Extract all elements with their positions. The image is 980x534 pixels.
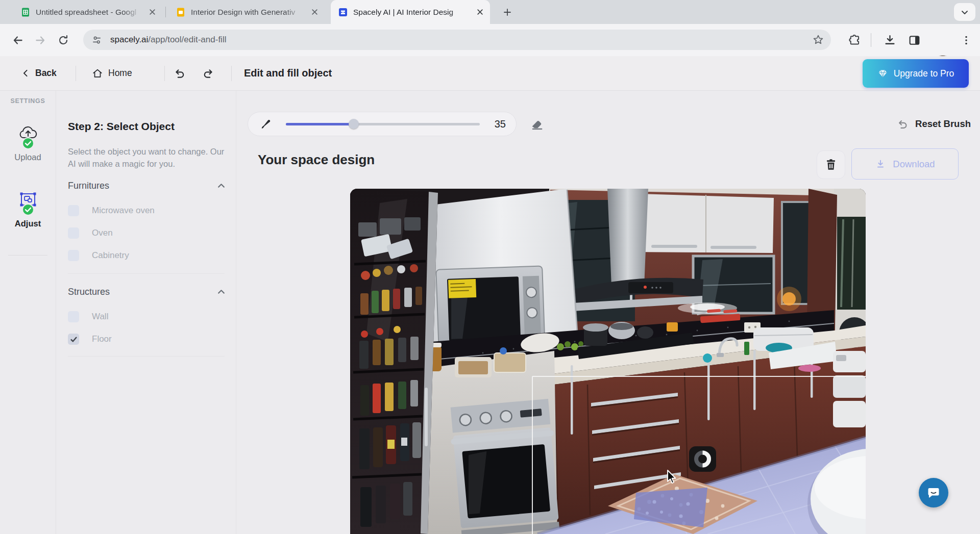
space-design-heading: Your space design — [258, 152, 375, 168]
back-label: Back — [35, 68, 57, 79]
tab-title: Untitled spreadsheet - Googl — [36, 8, 143, 17]
checkbox[interactable] — [68, 250, 79, 261]
brush-icon — [259, 117, 273, 131]
bookmark-star-icon[interactable] — [812, 34, 824, 48]
checkbox-row-floor[interactable]: Floor — [68, 333, 112, 346]
design-image[interactable] — [350, 189, 866, 534]
chevron-up-icon — [217, 182, 226, 190]
tab-title: Spacely AI | AI Interior Desig — [353, 8, 471, 17]
app-header: Back Home Edit and fill object Upgrade t… — [0, 56, 980, 91]
kitchen-photo — [350, 189, 866, 534]
url-text: spacely.ai/app/tool/edit-and-fill — [110, 35, 226, 45]
section-header-structures[interactable]: Structures — [68, 287, 226, 297]
select-object-panel: Step 2: Select Object Select the object … — [57, 91, 236, 534]
header-divider — [164, 66, 165, 81]
section-title: Furnitures — [68, 181, 109, 191]
checkbox[interactable] — [68, 334, 79, 345]
check-circle-icon — [22, 137, 34, 149]
redo-button[interactable] — [202, 56, 215, 90]
checkbox-label: Wall — [92, 312, 108, 322]
checkbox[interactable] — [68, 311, 79, 322]
browser-tab-spacely[interactable]: Spacely AI | AI Interior Desig — [331, 0, 490, 24]
tab-close-icon[interactable] — [474, 6, 486, 18]
browser-tab-slides[interactable]: Interior Design with Generativ — [168, 0, 325, 24]
trash-icon — [824, 158, 838, 171]
spacely-icon — [338, 7, 348, 17]
download-label: Download — [893, 159, 935, 170]
checkbox-row-cabinetry[interactable]: Cabinetry — [68, 249, 129, 262]
tab-separator — [165, 7, 166, 17]
tab-title: Interior Design with Generativ — [191, 8, 305, 17]
url-bar[interactable]: spacely.ai/app/tool/edit-and-fill — [83, 30, 831, 50]
chevron-up-icon — [217, 288, 226, 296]
browser-tab-strip: Untitled spreadsheet - Googl Interior De… — [0, 0, 980, 24]
download-icon — [875, 159, 886, 170]
section-title: Structures — [68, 287, 110, 297]
screen: Untitled spreadsheet - Googl Interior De… — [0, 0, 980, 534]
brush-slider-handle[interactable] — [349, 119, 359, 129]
tab-close-icon[interactable] — [308, 6, 321, 18]
section-header-furnitures[interactable]: Furnitures — [68, 181, 226, 191]
main-content: 35 Reset Brush Your space design Downloa… — [237, 91, 980, 534]
rail-step-adjust[interactable]: Adjust — [0, 192, 56, 228]
chevron-left-icon — [21, 69, 30, 78]
checkbox-row-oven[interactable]: Oven — [68, 226, 113, 240]
upgrade-label: Upgrade to Pro — [894, 68, 954, 79]
chat-bubble-icon — [926, 486, 941, 500]
checkbox-label: Cabinetry — [92, 250, 129, 261]
panel-divider — [68, 273, 225, 274]
rail-step-upload[interactable]: Upload — [0, 125, 56, 162]
header-divider — [231, 66, 232, 81]
brush-size-value: 35 — [495, 118, 506, 130]
chat-widget-button[interactable] — [919, 478, 948, 507]
browser-reload-button[interactable] — [57, 34, 69, 46]
settings-rail: SETTINGS Upload Adjust — [0, 91, 56, 534]
checkbox[interactable] — [68, 205, 79, 216]
tab-search-button[interactable] — [954, 3, 975, 21]
extensions-icon[interactable] — [848, 34, 861, 46]
new-tab-button[interactable] — [500, 5, 514, 19]
rail-step-label: Upload — [14, 152, 41, 162]
site-settings-icon[interactable] — [91, 35, 102, 45]
checkbox-row-wall[interactable]: Wall — [68, 310, 108, 323]
downloads-icon[interactable] — [884, 34, 896, 46]
undo-icon — [173, 67, 186, 80]
download-button[interactable]: Download — [851, 148, 959, 180]
browser-forward-button[interactable] — [34, 34, 47, 47]
browser-menu-icon[interactable] — [961, 35, 972, 46]
check-circle-icon — [22, 204, 34, 216]
side-panel-icon[interactable] — [908, 34, 921, 46]
undo-button[interactable] — [173, 56, 186, 90]
step-description: Select the object you want to change. Ou… — [68, 146, 230, 170]
brush-size-slider[interactable] — [286, 119, 480, 129]
upgrade-to-pro-button[interactable]: Upgrade to Pro — [863, 59, 969, 88]
toolbar-divider — [871, 33, 871, 47]
checkbox-label: Floor — [92, 334, 112, 344]
home-button[interactable]: Home — [92, 56, 132, 90]
browser-back-button[interactable] — [11, 34, 24, 47]
reset-brush-button[interactable]: Reset Brush — [896, 112, 971, 136]
reset-icon — [896, 118, 909, 131]
home-label: Home — [108, 68, 132, 79]
tab-close-icon[interactable] — [146, 6, 158, 18]
back-button[interactable]: Back — [21, 56, 57, 90]
google-slides-icon — [176, 7, 186, 17]
step-title: Step 2: Select Object — [68, 120, 175, 133]
gem-icon — [877, 68, 888, 79]
checkbox-row-microwave-oven[interactable]: Microwave oven — [68, 204, 155, 217]
brush-cursor — [689, 446, 716, 472]
home-icon — [92, 68, 103, 79]
eraser-button[interactable] — [530, 117, 545, 132]
brush-toolbar: 35 — [248, 112, 517, 136]
reset-brush-label: Reset Brush — [915, 118, 971, 130]
rail-step-label: Adjust — [15, 219, 41, 228]
page-title: Edit and fill object — [244, 56, 332, 90]
google-sheets-icon — [20, 7, 31, 17]
header-divider — [76, 66, 76, 81]
rail-divider — [8, 255, 47, 256]
browser-tab-spreadsheet[interactable]: Untitled spreadsheet - Googl — [13, 0, 162, 24]
checkbox[interactable] — [68, 227, 79, 239]
settings-label: SETTINGS — [0, 97, 56, 105]
delete-design-button[interactable] — [817, 150, 845, 179]
checkbox-label: Microwave oven — [92, 206, 155, 216]
